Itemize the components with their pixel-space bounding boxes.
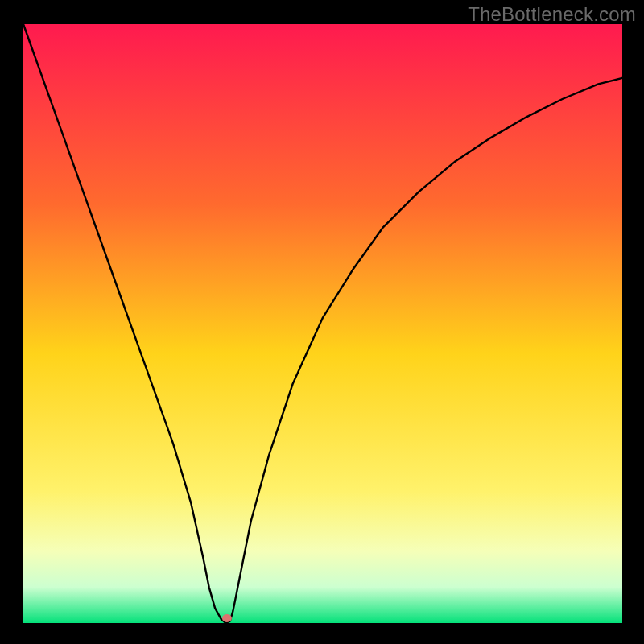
min-marker-icon	[222, 614, 232, 622]
bottleneck-chart	[0, 0, 644, 644]
watermark-text: TheBottleneck.com	[468, 3, 636, 26]
